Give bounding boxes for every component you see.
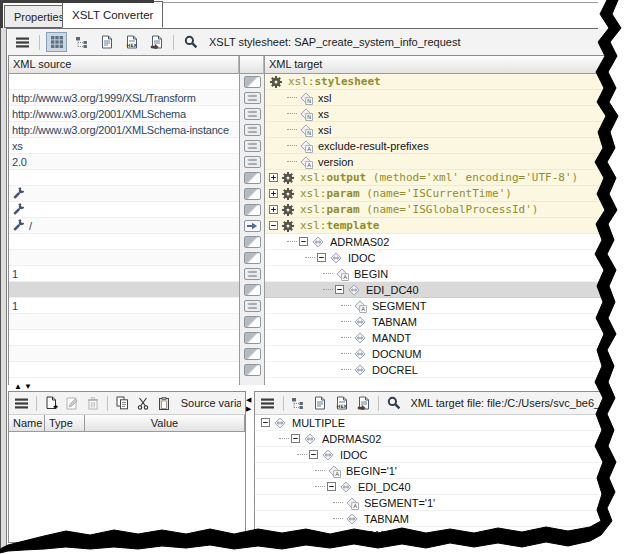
mapping-arrow-button[interactable] bbox=[244, 220, 261, 232]
target-file-tree-node[interactable]: MANDT bbox=[255, 527, 623, 542]
mapping-split-button[interactable] bbox=[244, 188, 261, 200]
search-icon[interactable] bbox=[385, 393, 403, 413]
column-header-value[interactable]: Value bbox=[85, 415, 245, 432]
source-row[interactable]: 1 bbox=[9, 266, 239, 282]
splitter-up-arrow-icon[interactable]: ▲ bbox=[14, 383, 22, 391]
export-document-icon[interactable] bbox=[146, 32, 167, 52]
tab-xslt-converter[interactable]: XSLT Converter bbox=[62, 1, 163, 28]
target-tree-node[interactable]: xsl:template bbox=[265, 218, 624, 234]
target-tree-node[interactable]: ABEGIN bbox=[265, 266, 624, 282]
target-tree-node[interactable]: ADRMAS02 bbox=[265, 234, 624, 250]
mapping-split-button[interactable] bbox=[244, 172, 261, 184]
expander-minus-icon[interactable] bbox=[309, 450, 318, 459]
cut-icon[interactable] bbox=[135, 393, 152, 413]
target-tree-node[interactable]: Nxsl bbox=[265, 90, 624, 106]
column-header-name[interactable]: Name bbox=[9, 415, 45, 432]
splitter-right-arrow-icon[interactable]: ▶ bbox=[246, 404, 251, 413]
target-tree-node[interactable]: IDOC bbox=[265, 250, 624, 266]
text-document-icon[interactable] bbox=[96, 32, 117, 52]
target-file-tree-node[interactable]: EDI_DC40 bbox=[255, 479, 623, 495]
mapping-split-button[interactable] bbox=[244, 332, 261, 344]
target-tree-node[interactable]: TABNAM bbox=[265, 314, 624, 330]
target-tree-node[interactable]: xsl:stylesheet bbox=[265, 74, 624, 90]
grid-view-toggle[interactable] bbox=[46, 32, 67, 52]
target-file-tree-node[interactable]: MULTIPLE bbox=[255, 415, 623, 431]
target-tree-node[interactable]: DOCREL bbox=[265, 362, 624, 378]
mapping-split-button[interactable] bbox=[244, 284, 261, 296]
source-row[interactable] bbox=[9, 250, 239, 266]
paste-icon[interactable] bbox=[156, 393, 173, 413]
expander-minus-icon[interactable] bbox=[269, 221, 278, 230]
mapping-eq-button[interactable] bbox=[244, 268, 261, 280]
tree-view-icon[interactable] bbox=[71, 32, 92, 52]
target-tree-node[interactable]: Nxs bbox=[265, 106, 624, 122]
source-row[interactable]: / bbox=[9, 218, 239, 234]
source-row[interactable] bbox=[9, 330, 239, 346]
target-tree-node[interactable]: EDI_DC40 bbox=[265, 282, 624, 298]
target-tree-node[interactable]: xsl:output (method='xml' encoding='UTF-8… bbox=[265, 170, 624, 186]
target-file-tree-node[interactable]: TABNAM bbox=[255, 511, 623, 527]
mapping-split-button[interactable] bbox=[244, 76, 261, 88]
mapping-split-button[interactable] bbox=[244, 204, 261, 216]
mapping-split-button[interactable] bbox=[244, 364, 261, 376]
source-row[interactable]: 1 bbox=[9, 298, 239, 314]
expander-minus-icon[interactable] bbox=[299, 237, 308, 246]
source-row[interactable]: xs bbox=[9, 138, 239, 154]
view-menu-icon[interactable] bbox=[13, 393, 30, 413]
source-row[interactable] bbox=[9, 234, 239, 250]
source-row[interactable] bbox=[9, 282, 239, 298]
text-document-icon[interactable] bbox=[311, 393, 329, 413]
mapping-split-button[interactable] bbox=[244, 252, 261, 264]
hex-document-icon[interactable]: HEX bbox=[333, 393, 351, 413]
splitter-down-arrow-icon[interactable]: ▼ bbox=[24, 383, 32, 391]
mapping-eq-button[interactable] bbox=[244, 108, 261, 120]
target-file-tree-node[interactable]: ADRMAS02 bbox=[255, 431, 623, 447]
export-document-icon[interactable] bbox=[354, 393, 372, 413]
mapping-split-button[interactable] bbox=[244, 316, 261, 328]
edit-variable-icon[interactable] bbox=[64, 393, 81, 413]
copy-icon[interactable] bbox=[114, 393, 131, 413]
expander-minus-icon[interactable] bbox=[317, 253, 326, 262]
source-row[interactable] bbox=[9, 186, 239, 202]
mapping-eq-button[interactable] bbox=[244, 140, 261, 152]
column-header-type[interactable]: Type bbox=[45, 415, 85, 432]
expander-minus-icon[interactable] bbox=[335, 285, 344, 294]
source-row[interactable] bbox=[9, 314, 239, 330]
source-row[interactable]: http://www.w3.org/1999/XSL/Transform bbox=[9, 90, 239, 106]
source-row[interactable] bbox=[9, 362, 239, 378]
target-tree-node[interactable]: xsl:param (name='ISGlobalProcessId') bbox=[265, 202, 624, 218]
mapping-eq-button[interactable] bbox=[244, 156, 261, 168]
expander-plus-icon[interactable] bbox=[269, 205, 278, 214]
source-row[interactable]: http://www.w3.org/2001/XMLSchema bbox=[9, 106, 239, 122]
view-menu-icon[interactable] bbox=[12, 32, 33, 52]
hex-document-icon[interactable]: HEX bbox=[121, 32, 142, 52]
mapping-eq-button[interactable] bbox=[244, 124, 261, 136]
target-tree-node[interactable]: Nxsi bbox=[265, 122, 624, 138]
source-row[interactable] bbox=[9, 74, 239, 90]
vertical-splitter[interactable]: ◀▶ bbox=[246, 391, 254, 543]
expander-minus-icon[interactable] bbox=[291, 434, 300, 443]
target-tree-node[interactable]: Aversion bbox=[265, 154, 624, 170]
target-tree-node[interactable]: MANDT bbox=[265, 330, 624, 346]
new-variable-icon[interactable] bbox=[43, 393, 60, 413]
target-tree-node[interactable]: Aexclude-result-prefixes bbox=[265, 138, 624, 154]
mapping-split-button[interactable] bbox=[244, 348, 261, 360]
source-row[interactable] bbox=[9, 202, 239, 218]
target-file-tree-node[interactable]: IDOC bbox=[255, 447, 623, 463]
expander-plus-icon[interactable] bbox=[269, 189, 278, 198]
view-menu-icon[interactable] bbox=[259, 393, 277, 413]
tree-view-icon[interactable] bbox=[289, 393, 307, 413]
expander-minus-icon[interactable] bbox=[261, 418, 270, 427]
target-tree-node[interactable]: xsl:param (name='ISCurrentTime') bbox=[265, 186, 624, 202]
variables-grid-body[interactable] bbox=[9, 432, 245, 542]
expander-minus-icon[interactable] bbox=[327, 482, 336, 491]
source-row[interactable]: 2.0 bbox=[9, 154, 239, 170]
splitter-left-arrow-icon[interactable]: ◀ bbox=[246, 395, 251, 404]
source-row[interactable]: http://www.w3.org/2001/XMLSchema-instanc… bbox=[9, 122, 239, 138]
mapping-eq-button[interactable] bbox=[244, 92, 261, 104]
source-row[interactable] bbox=[9, 170, 239, 186]
target-file-tree-node[interactable]: ASEGMENT='1' bbox=[255, 495, 623, 511]
search-icon[interactable] bbox=[180, 32, 201, 52]
expander-plus-icon[interactable] bbox=[269, 173, 278, 182]
mapping-split-button[interactable] bbox=[244, 236, 261, 248]
